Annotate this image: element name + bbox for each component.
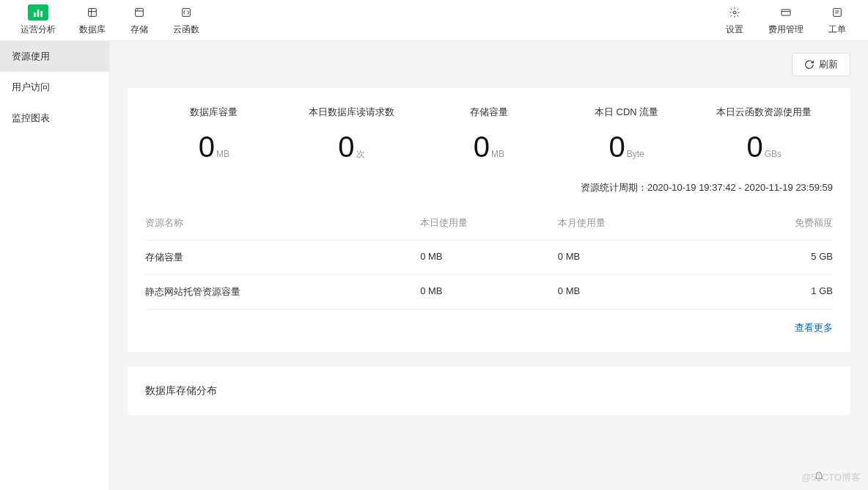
refresh-button[interactable]: 刷新 <box>792 53 850 76</box>
col-quota: 免费额度 <box>695 216 833 230</box>
stat-unit: MB <box>491 149 504 159</box>
resource-table: 资源名称 本日使用量 本月使用量 免费额度 存储容量 0 MB 0 MB 5 G… <box>145 206 833 310</box>
cell-today: 0 MB <box>420 285 558 299</box>
stat-unit: Byte <box>627 149 644 159</box>
stat-label: 本日云函数资源使用量 <box>695 106 833 119</box>
stat-unit: GBs <box>765 149 781 159</box>
svg-rect-3 <box>89 9 97 17</box>
stat-cdn-traffic: 本日 CDN 流量 0Byte <box>558 106 696 164</box>
table-row: 存储容量 0 MB 0 MB 5 GB <box>145 241 833 275</box>
ticket-icon <box>827 4 847 21</box>
gear-icon <box>724 4 745 21</box>
stat-label: 本日 CDN 流量 <box>558 106 696 119</box>
svg-rect-0 <box>34 12 36 17</box>
topnav-storage[interactable]: 存储 <box>117 0 161 40</box>
cell-quota: 5 GB <box>695 251 833 264</box>
cell-quota: 1 GB <box>695 285 833 299</box>
sidebar-item-user-access[interactable]: 用户访问 <box>0 72 109 103</box>
topnav-label: 运营分析 <box>21 23 56 36</box>
topnav-database[interactable]: 数据库 <box>67 0 117 40</box>
svg-point-8 <box>137 10 138 10</box>
cell-name: 存储容量 <box>145 251 420 264</box>
stat-value: 0 <box>608 131 625 164</box>
stat-value: 0 <box>746 131 762 164</box>
svg-rect-1 <box>37 10 40 17</box>
stat-unit: 次 <box>356 149 365 159</box>
stat-function-usage: 本日云函数资源使用量 0GBs <box>695 106 833 164</box>
view-more-container: 查看更多 <box>145 310 833 334</box>
col-today: 本日使用量 <box>420 216 558 230</box>
col-name: 资源名称 <box>145 216 420 230</box>
billing-icon <box>776 4 796 21</box>
stat-storage-capacity: 存储容量 0MB <box>420 106 558 164</box>
watermark: @51CTO博客 <box>801 471 861 484</box>
svg-rect-13 <box>834 9 842 17</box>
analytics-icon <box>28 4 48 21</box>
stat-value: 0 <box>338 131 354 164</box>
table-row: 静态网站托管资源容量 0 MB 0 MB 1 GB <box>145 275 833 310</box>
topnav-ticket[interactable]: 工单 <box>815 0 859 40</box>
stat-db-read-requests: 本日数据库读请求数 0次 <box>283 106 421 164</box>
col-month: 本月使用量 <box>558 216 696 230</box>
view-more-link[interactable]: 查看更多 <box>795 322 833 333</box>
stat-value: 0 <box>199 131 215 164</box>
db-section-title: 数据库存储分布 <box>145 384 833 398</box>
sidebar-item-resource-usage[interactable]: 资源使用 <box>0 41 109 72</box>
stat-db-capacity: 数据库容量 0MB <box>145 106 283 164</box>
topnav-cloud-function[interactable]: 云函数 <box>161 0 211 40</box>
cell-name: 静态网站托管资源容量 <box>145 285 420 299</box>
stat-label: 数据库容量 <box>145 106 283 119</box>
storage-icon <box>129 4 150 21</box>
topnav-label: 数据库 <box>79 23 106 36</box>
top-navbar: 运营分析 数据库 存储 云函数 设置 费用管理 工单 <box>0 0 868 41</box>
db-distribution-panel: 数据库存储分布 <box>128 367 850 415</box>
stat-label: 存储容量 <box>420 106 558 119</box>
stat-unit: MB <box>216 149 229 159</box>
topnav-settings[interactable]: 设置 <box>713 0 757 40</box>
refresh-label: 刷新 <box>819 58 838 71</box>
cell-month: 0 MB <box>558 285 696 299</box>
svg-rect-11 <box>781 10 790 15</box>
database-icon <box>82 4 103 21</box>
stat-label: 本日数据库读请求数 <box>283 106 421 119</box>
cell-month: 0 MB <box>558 251 696 264</box>
topnav-label: 设置 <box>726 23 743 36</box>
table-header: 资源名称 本日使用量 本月使用量 免费额度 <box>145 206 833 241</box>
sidebar: 资源使用 用户访问 监控图表 <box>0 41 110 490</box>
topnav-billing[interactable]: 费用管理 <box>757 0 815 40</box>
svg-rect-2 <box>40 11 43 17</box>
svg-point-10 <box>733 11 736 14</box>
topnav-label: 费用管理 <box>768 23 803 36</box>
topnav-label: 存储 <box>130 23 148 36</box>
function-icon <box>176 4 196 21</box>
topnav-analytics[interactable]: 运营分析 <box>9 0 67 40</box>
main-content: 刷新 数据库容量 0MB 本日数据库读请求数 0次 存储容量 0MB 本日 CD… <box>110 41 868 490</box>
top-nav-left: 运营分析 数据库 存储 云函数 <box>9 0 211 40</box>
sidebar-item-monitor-chart[interactable]: 监控图表 <box>0 103 109 134</box>
topnav-label: 工单 <box>828 23 846 36</box>
stats-panel: 数据库容量 0MB 本日数据库读请求数 0次 存储容量 0MB 本日 CDN 流… <box>128 88 850 352</box>
refresh-icon <box>804 59 814 70</box>
svg-rect-6 <box>136 9 144 17</box>
cell-today: 0 MB <box>420 251 558 264</box>
statistics-period: 资源统计周期：2020-10-19 19:37:42 - 2020-11-19 … <box>145 181 833 194</box>
stat-value: 0 <box>474 131 490 164</box>
topnav-label: 云函数 <box>173 23 199 36</box>
top-nav-right: 设置 费用管理 工单 <box>713 0 859 40</box>
